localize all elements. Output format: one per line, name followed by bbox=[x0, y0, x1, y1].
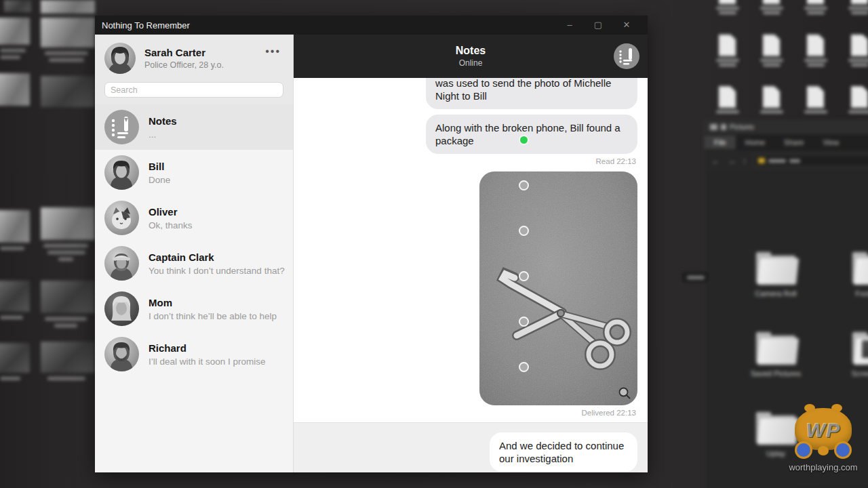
folder-footprints: Footprints bbox=[835, 252, 868, 298]
explorer-tab-home: Home bbox=[736, 136, 774, 149]
photo-thumbnail bbox=[0, 343, 30, 373]
photo-thumbnail bbox=[41, 207, 95, 240]
chat-header: Notes Online bbox=[294, 35, 648, 78]
pending-message-bubble[interactable]: And we decided to continue our investiga… bbox=[490, 432, 637, 472]
notepad-icon bbox=[104, 110, 139, 144]
read-receipt: Read 22:13 bbox=[596, 157, 636, 165]
explorer-tab-file: File bbox=[705, 136, 736, 149]
explorer-icon bbox=[710, 124, 717, 130]
message-bubble: was used to send the photo of Michelle N… bbox=[426, 78, 637, 109]
message-history: was used to send the photo of Michelle N… bbox=[294, 78, 648, 422]
chat-name: Bill bbox=[149, 161, 170, 172]
chat-list-item-notes[interactable]: Notes ... bbox=[95, 104, 293, 150]
notepad-icon bbox=[614, 43, 639, 69]
chat-list-item-captain-clark[interactable]: Captain Clark You think I don’t understa… bbox=[95, 241, 293, 286]
window-title: Nothing To Remember bbox=[102, 20, 190, 30]
messenger-window: Nothing To Remember – ▢ ✕ bbox=[95, 16, 648, 472]
up-arrow-icon: ↑ bbox=[743, 156, 747, 166]
photo-thumbnail bbox=[0, 73, 30, 106]
desktop: Pictures File Home Share View ← → ↑ bbox=[0, 0, 868, 488]
photo-thumbnail bbox=[41, 342, 95, 373]
profile-subtitle: Police Officer, 28 y.o. bbox=[144, 60, 224, 70]
watermark-site-text: worthplaying.com bbox=[785, 462, 861, 472]
file-grid bbox=[705, 0, 868, 124]
chat-preview: ... bbox=[149, 129, 177, 140]
chat-pane: Notes Online was used to send the phot bbox=[294, 35, 648, 472]
chat-list-item-oliver[interactable]: Oliver Ok, thanks bbox=[95, 195, 293, 241]
chat-preview: Ok, thanks bbox=[149, 220, 193, 230]
sidebar: Sarah Carter Police Officer, 28 y.o. ••• bbox=[95, 35, 294, 472]
folder-screenshots: Screenshots bbox=[835, 332, 868, 378]
folder-icon bbox=[758, 158, 765, 163]
window-titlebar: Nothing To Remember – ▢ ✕ bbox=[95, 16, 648, 35]
explorer-tab-share: Share bbox=[774, 136, 813, 149]
magnifier-icon[interactable] bbox=[618, 386, 631, 400]
worthplaying-watermark: WP worthplaying.com bbox=[785, 404, 861, 472]
photo-thumbnail bbox=[4, 0, 31, 12]
captain-clark-avatar bbox=[104, 246, 139, 281]
profile-header: Sarah Carter Police Officer, 28 y.o. ••• bbox=[95, 35, 293, 78]
more-menu-icon[interactable]: ••• bbox=[262, 43, 283, 60]
photo-thumbnail bbox=[41, 18, 95, 47]
chat-name: Oliver bbox=[149, 206, 193, 218]
mom-avatar bbox=[104, 291, 139, 326]
delivered-receipt: Delivered 22:13 bbox=[581, 409, 636, 417]
photo-thumbnail bbox=[41, 281, 95, 313]
photo-thumbnail bbox=[0, 18, 30, 45]
sarah-avatar bbox=[104, 43, 136, 74]
chat-preview: Done bbox=[149, 175, 170, 185]
photo-thumbnail bbox=[41, 76, 95, 107]
chat-name: Notes bbox=[149, 115, 177, 127]
explorer-ribbon: File Home Share View bbox=[705, 134, 868, 150]
wp-logo-icon: WP bbox=[792, 404, 854, 457]
forward-arrow-icon: → bbox=[727, 156, 736, 166]
close-button[interactable]: ✕ bbox=[612, 16, 641, 35]
chat-name: Richard bbox=[149, 342, 266, 354]
folder-saved-pictures: Saved Pictures bbox=[738, 332, 813, 378]
back-arrow-icon: ← bbox=[711, 156, 720, 166]
chat-list: Notes ... bbox=[95, 104, 293, 472]
search-bar bbox=[95, 78, 293, 104]
photo-thumbnail bbox=[41, 0, 95, 14]
profile-name: Sarah Carter bbox=[144, 47, 224, 58]
chat-list-item-richard[interactable]: Richard I’ll deal with it soon I promise bbox=[95, 331, 293, 377]
chat-preview: I don’t think he’ll be able to help bbox=[149, 311, 277, 321]
chat-name: Captain Clark bbox=[149, 251, 283, 263]
chat-list-item-mom[interactable]: Mom I don’t think he’ll be able to help bbox=[95, 286, 293, 331]
photo-thumbnail bbox=[0, 210, 30, 243]
search-input[interactable] bbox=[104, 82, 283, 98]
reply-area: And we decided to continue our investiga… bbox=[294, 422, 648, 472]
message-bubble: Along with the broken phone, Bill found … bbox=[426, 115, 637, 154]
chat-online-status: Online bbox=[459, 58, 483, 68]
minimize-button[interactable]: – bbox=[555, 16, 584, 35]
explorer-tab-view: View bbox=[813, 136, 848, 149]
explorer-nav-bar: ← → ↑ bbox=[705, 150, 868, 171]
cat-avatar bbox=[104, 201, 139, 235]
folder-camera-roll: Camera Roll bbox=[738, 252, 813, 298]
breadcrumb bbox=[754, 155, 868, 167]
richard-avatar bbox=[104, 337, 139, 371]
explorer-address: Pictures bbox=[730, 123, 754, 131]
chat-preview: I’ll deal with it soon I promise bbox=[149, 357, 266, 367]
explorer-status bbox=[682, 271, 710, 283]
scissors-photo-message[interactable] bbox=[479, 171, 637, 405]
chat-title: Notes bbox=[456, 45, 486, 57]
maximize-button[interactable]: ▢ bbox=[584, 16, 612, 35]
chat-list-item-bill[interactable]: Bill Done bbox=[95, 150, 293, 195]
bill-avatar bbox=[104, 155, 139, 190]
photo-thumbnail bbox=[0, 281, 30, 312]
chat-preview: You think I don’t understand that? bbox=[149, 266, 283, 276]
explorer-address-bar: Pictures bbox=[705, 119, 868, 134]
chat-name: Mom bbox=[149, 297, 277, 308]
